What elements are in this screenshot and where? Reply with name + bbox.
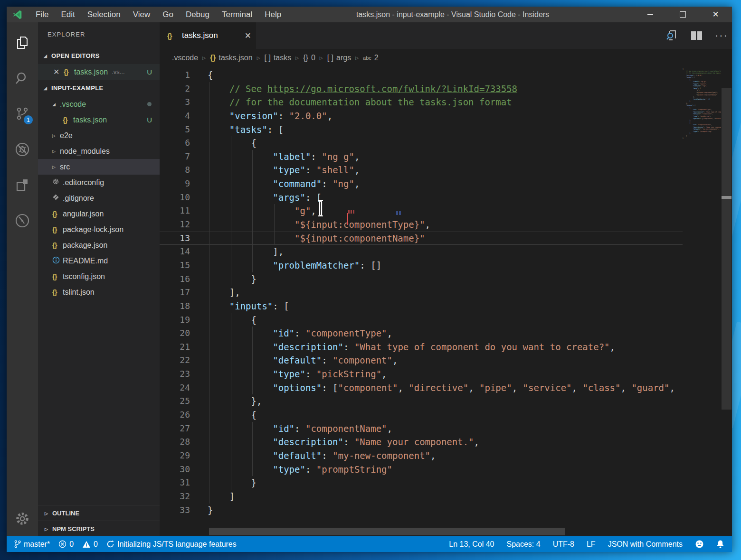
menu-item-selection[interactable]: Selection <box>81 7 127 22</box>
tree-folder-e2e[interactable]: ▷e2e <box>38 128 160 143</box>
code-line-22[interactable]: 22 "default": "component", <box>160 354 683 367</box>
maximize-button[interactable] <box>666 7 699 22</box>
tree-file-tslint-json[interactable]: {}tslint.json <box>38 284 160 300</box>
breadcrumb-item-0[interactable]: {}0 <box>303 54 315 62</box>
code-line-4[interactable]: 4 "version": "2.0.0", <box>160 109 683 123</box>
line-number[interactable]: 14 <box>160 245 190 259</box>
indentation-status[interactable]: Spaces: 4 <box>506 540 540 549</box>
language-mode-status[interactable]: JSON with Comments <box>608 540 683 549</box>
line-number[interactable]: 13 <box>160 232 190 245</box>
code-line-5[interactable]: 5 "tasks": [ <box>160 123 683 137</box>
tab-tasks-json[interactable]: {} tasks.json ✕ <box>160 22 256 49</box>
horizontal-scrollbar[interactable] <box>160 528 683 535</box>
code-line-7[interactable]: 7 "label": "ng g", <box>160 150 683 164</box>
line-number[interactable]: 16 <box>160 272 190 286</box>
code-line-33[interactable]: 33} <box>160 504 683 517</box>
line-number[interactable]: 26 <box>160 408 190 422</box>
menu-item-help[interactable]: Help <box>258 7 287 22</box>
line-number[interactable]: 7 <box>160 150 190 164</box>
git-branch-status[interactable]: master* <box>14 540 50 549</box>
code-line-32[interactable]: 32 ] <box>160 490 683 504</box>
line-number[interactable]: 32 <box>160 490 190 504</box>
breadcrumb-item-args[interactable]: [ ]args <box>327 54 351 62</box>
menu-item-view[interactable]: View <box>127 7 157 22</box>
code-line-23[interactable]: 23 "type": "pickString", <box>160 367 683 381</box>
code-line-31[interactable]: 31 } <box>160 476 683 490</box>
encoding-status[interactable]: UTF-8 <box>553 540 574 549</box>
vertical-scrollbar-thumb[interactable] <box>722 88 732 410</box>
line-number[interactable]: 2 <box>160 82 190 96</box>
code-line-11[interactable]: 11 "g", <box>160 204 683 218</box>
line-number[interactable]: 1 <box>160 68 190 82</box>
feedback-smiley-icon[interactable] <box>695 540 704 549</box>
source-control-activity-button[interactable]: 1 <box>11 103 34 125</box>
code-line-27[interactable]: 27 "id": "componentName", <box>160 422 683 436</box>
line-number[interactable]: 8 <box>160 163 190 177</box>
menu-item-file[interactable]: File <box>29 7 55 22</box>
code-line-17[interactable]: 17 ], <box>160 286 683 299</box>
minimize-button[interactable] <box>634 7 666 22</box>
code-line-10[interactable]: 10 "args": [ <box>160 191 683 205</box>
line-number[interactable]: 17 <box>160 286 190 299</box>
code-line-12[interactable]: 12 "${input:componentType}", <box>160 218 683 232</box>
tree-file--editorconfig[interactable]: .editorconfig <box>38 175 160 190</box>
split-editor-icon[interactable] <box>691 30 703 41</box>
code-line-1[interactable]: 1{ <box>160 68 683 82</box>
code-line-21[interactable]: 21 "description": "What type of componen… <box>160 340 683 354</box>
line-number[interactable]: 20 <box>160 327 190 340</box>
line-number[interactable]: 5 <box>160 123 190 137</box>
notifications-bell-icon[interactable] <box>716 540 724 549</box>
menu-item-go[interactable]: Go <box>156 7 180 22</box>
line-number[interactable]: 19 <box>160 313 190 327</box>
code-line-18[interactable]: 18 "inputs": [ <box>160 299 683 313</box>
project-header[interactable]: ◢ INPUT-EXAMPLE <box>38 81 160 95</box>
code-line-8[interactable]: 8 "type": "shell", <box>160 163 683 177</box>
horizontal-scrollbar-thumb[interactable] <box>209 528 565 535</box>
tab-close-icon[interactable]: ✕ <box>245 31 251 41</box>
tree-folder-src[interactable]: ▷src <box>38 159 160 175</box>
breadcrumb-item-tasks-json[interactable]: {}tasks.json <box>210 54 253 62</box>
line-number[interactable]: 15 <box>160 259 190 272</box>
minimap[interactable]: { // See https://go.microsoft.com/fwlink… <box>683 66 721 139</box>
code-editor[interactable]: 1{2 // See https://go.microsoft.com/fwli… <box>160 66 732 536</box>
language-features-status[interactable]: Initializing JS/TS language features <box>106 540 237 549</box>
explorer-activity-button[interactable] <box>11 31 34 54</box>
menu-item-edit[interactable]: Edit <box>55 7 81 22</box>
tree-folder-node-modules[interactable]: ▷node_modules <box>38 143 160 159</box>
debug-activity-button[interactable] <box>11 138 34 161</box>
tree-file--gitignore[interactable]: .gitignore <box>38 190 160 206</box>
line-number[interactable]: 11 <box>160 204 190 218</box>
code-line-16[interactable]: 16 } <box>160 272 683 286</box>
code-line-28[interactable]: 28 "description": "Name your component."… <box>160 435 683 449</box>
code-line-29[interactable]: 29 "default": "my-new-component", <box>160 449 683 463</box>
code-line-15[interactable]: 15 "problemMatcher": [] <box>160 259 683 272</box>
line-number[interactable]: 28 <box>160 435 190 449</box>
line-number[interactable]: 23 <box>160 367 190 381</box>
close-icon[interactable]: ✕ <box>53 67 64 76</box>
cursor-position-status[interactable]: Ln 13, Col 40 <box>449 540 494 549</box>
line-number[interactable]: 22 <box>160 354 190 367</box>
line-number[interactable]: 21 <box>160 340 190 354</box>
code-line-19[interactable]: 19 { <box>160 313 683 327</box>
line-number[interactable]: 31 <box>160 476 190 490</box>
close-button[interactable]: ✕ <box>699 7 732 22</box>
line-number[interactable]: 6 <box>160 136 190 150</box>
line-number[interactable]: 12 <box>160 218 190 232</box>
open-editor-item[interactable]: ✕ {} tasks.json .vs... U <box>38 64 160 80</box>
code-line-3[interactable]: 3 // for the documentation about the tas… <box>160 95 683 109</box>
line-number[interactable]: 4 <box>160 109 190 123</box>
code-line-30[interactable]: 30 "type": "promptString" <box>160 463 683 476</box>
menu-item-debug[interactable]: Debug <box>180 7 216 22</box>
line-number[interactable]: 3 <box>160 95 190 109</box>
line-number[interactable]: 29 <box>160 449 190 463</box>
tree-file-tasks-json[interactable]: {}tasks.jsonU <box>38 112 160 128</box>
more-actions-icon[interactable]: ··· <box>715 33 728 38</box>
npm-scripts-section-header[interactable]: ▷ NPM SCRIPTS <box>38 521 160 536</box>
tree-file-tsconfig-json[interactable]: {}tsconfig.json <box>38 269 160 284</box>
code-line-9[interactable]: 9 "command": "ng", <box>160 177 683 191</box>
line-number[interactable]: 33 <box>160 504 190 517</box>
errors-status[interactable]: 0 <box>58 540 74 549</box>
breadcrumb-item--vscode[interactable]: .vscode <box>172 54 198 62</box>
code-line-14[interactable]: 14 ], <box>160 245 683 259</box>
code-line-6[interactable]: 6 { <box>160 136 683 150</box>
